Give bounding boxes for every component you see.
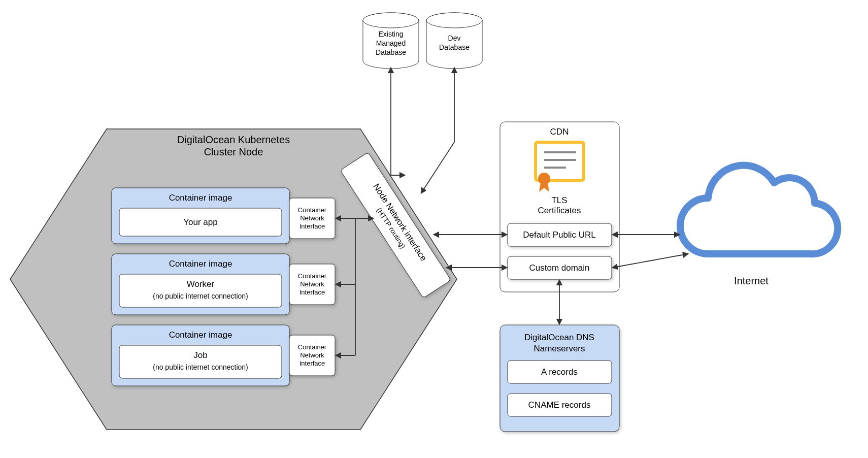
svg-text:Interface: Interface (299, 288, 325, 296)
container-2-main: Worker (187, 279, 215, 289)
container-image-1: Container image Your app (112, 188, 289, 244)
svg-text:Database: Database (439, 43, 470, 51)
dev-database: Dev Database (426, 13, 482, 69)
container-1-main: Your app (183, 217, 217, 227)
tls-label-2: Certificates (538, 206, 581, 215)
container-1-header: Container image (169, 193, 232, 203)
svg-line-48 (613, 254, 688, 268)
svg-text:Managed: Managed (376, 39, 406, 47)
svg-text:Network: Network (300, 280, 324, 288)
svg-text:Interface: Interface (299, 222, 325, 230)
container-3-header: Container image (169, 330, 232, 340)
svg-text:Container: Container (298, 272, 327, 280)
custom-domain-box: Custom domain (508, 256, 612, 279)
svg-text:Container: Container (298, 206, 327, 214)
svg-point-27 (363, 13, 419, 28)
internet-cloud-icon: Internet (680, 166, 838, 286)
cname-records-box: CNAME records (508, 394, 612, 416)
svg-text:Interface: Interface (299, 359, 325, 367)
container-3-main: Job (193, 350, 207, 360)
internet-label: Internet (734, 275, 769, 286)
svg-text:Container: Container (298, 343, 327, 351)
svg-text:Existing: Existing (378, 30, 403, 38)
container-3-sub: (no public internet connection) (153, 363, 248, 371)
svg-text:Custom domain: Custom domain (529, 263, 589, 273)
cdn-title: CDN (550, 127, 569, 137)
tls-label-1: TLS (551, 195, 567, 205)
cdn-box: CDN TLS Certificates Default Public URL … (500, 122, 619, 292)
cni-2: Container Network Interface (289, 264, 335, 305)
cluster-title-line2: Cluster Node (204, 146, 263, 157)
a-records-box: A records (508, 361, 612, 383)
svg-text:Database: Database (376, 48, 406, 56)
cni-1: Container Network Interface (289, 198, 335, 239)
svg-text:Dev: Dev (448, 34, 461, 42)
container-image-3: Container image Job (no public internet … (112, 325, 289, 386)
svg-text:Default Public URL: Default Public URL (523, 230, 596, 240)
container-2-sub: (no public internet connection) (153, 292, 248, 300)
container-2-header: Container image (169, 259, 232, 269)
default-public-url-box: Default Public URL (508, 223, 612, 246)
cdn-to-internet-arrows (613, 235, 688, 268)
dns-title-1: DigitalOcean DNS (524, 333, 594, 342)
node-to-db-arrows (391, 68, 454, 193)
existing-managed-database: Existing Managed Database (363, 13, 419, 69)
dns-title-2: Nameservers (533, 344, 585, 353)
svg-text:Network: Network (300, 214, 324, 222)
svg-text:A records: A records (541, 367, 578, 377)
cni-3: Container Network Interface (289, 335, 335, 376)
svg-point-32 (426, 13, 482, 28)
cluster-title-line1: DigitalOcean Kubernetes (177, 134, 290, 145)
dns-nameservers-box: DigitalOcean DNS Nameservers A records C… (500, 325, 619, 432)
svg-text:CNAME records: CNAME records (528, 400, 591, 410)
svg-text:Network: Network (300, 351, 324, 359)
container-image-2: Container image Worker (no public intern… (112, 254, 289, 315)
